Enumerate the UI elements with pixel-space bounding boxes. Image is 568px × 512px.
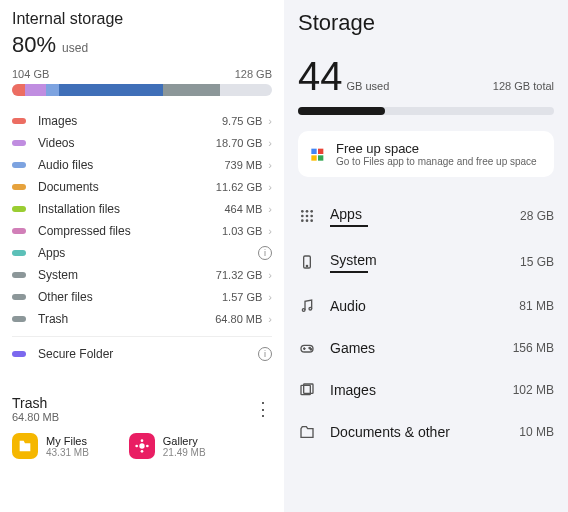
storage-category-row[interactable]: Games156 MB	[298, 327, 554, 369]
app-icon	[129, 433, 155, 459]
card-subtitle: Go to Files app to manage and free up sp…	[336, 156, 537, 167]
storage-bar-fill	[298, 107, 385, 115]
svg-rect-6	[318, 149, 323, 154]
storage-category-row[interactable]: System15 GB	[298, 239, 554, 285]
usage-underline	[330, 225, 368, 227]
app-shortcut[interactable]: Gallery21.49 MB	[129, 433, 206, 459]
svg-point-4	[146, 445, 149, 448]
usage-underline	[330, 271, 368, 273]
app-name: Gallery	[163, 435, 206, 447]
category-dot	[12, 294, 26, 300]
category-row[interactable]: Appsi	[12, 242, 272, 264]
secure-folder-row[interactable]: Secure Folder i	[12, 343, 272, 365]
info-icon[interactable]: i	[258, 246, 272, 260]
trash-size: 64.80 MB	[12, 411, 59, 423]
svg-point-1	[140, 439, 143, 442]
row-label: Apps	[330, 206, 362, 222]
category-label: System	[38, 268, 216, 282]
storage-category-row[interactable]: Audio81 MB	[298, 285, 554, 327]
category-row[interactable]: Documents11.62 GB›	[12, 176, 272, 198]
category-label: Apps	[38, 246, 258, 260]
row-size: 10 MB	[519, 425, 554, 439]
category-label: Videos	[38, 136, 216, 150]
storage-bar	[12, 84, 272, 96]
category-size: 1.03 GB	[222, 225, 262, 237]
category-label: Audio files	[38, 158, 224, 172]
category-row[interactable]: Compressed files1.03 GB›	[12, 220, 272, 242]
info-icon[interactable]: i	[258, 347, 272, 361]
category-size: 64.80 MB	[215, 313, 262, 325]
svg-point-9	[301, 210, 304, 213]
svg-point-21	[309, 307, 312, 310]
chevron-right-icon: ›	[268, 137, 272, 149]
svg-point-0	[139, 443, 144, 448]
files-app-icon	[310, 146, 326, 162]
svg-point-24	[310, 349, 311, 350]
row-label: System	[330, 252, 377, 268]
system-icon	[298, 253, 316, 271]
trash-title: Trash	[12, 395, 59, 411]
category-row[interactable]: Videos18.70 GB›	[12, 132, 272, 154]
category-row[interactable]: Audio files739 MB›	[12, 154, 272, 176]
category-label: Other files	[38, 290, 222, 304]
category-row[interactable]: Installation files464 MB›	[12, 198, 272, 220]
category-size: 464 MB	[224, 203, 262, 215]
free-up-space-card[interactable]: Free up space Go to Files app to manage …	[298, 131, 554, 177]
row-label: Images	[330, 382, 376, 398]
svg-point-2	[140, 450, 143, 453]
category-label: Secure Folder	[38, 347, 258, 361]
row-label: Audio	[330, 298, 366, 314]
svg-point-17	[310, 219, 313, 222]
used-amount: 104 GB	[12, 68, 49, 80]
category-size: 9.75 GB	[222, 115, 262, 127]
divider	[12, 336, 272, 337]
chevron-right-icon: ›	[268, 203, 272, 215]
category-label: Images	[38, 114, 222, 128]
used-percent: 80%	[12, 32, 56, 58]
card-title: Free up space	[336, 141, 537, 156]
row-size: 81 MB	[519, 299, 554, 313]
svg-point-13	[306, 215, 309, 218]
more-menu-button[interactable]: ⋮	[254, 398, 272, 420]
svg-rect-7	[311, 155, 316, 160]
grid-icon	[298, 207, 316, 225]
storage-category-row[interactable]: Images102 MB	[298, 369, 554, 411]
row-size: 102 MB	[513, 383, 554, 397]
row-size: 28 GB	[520, 209, 554, 223]
app-size: 21.49 MB	[163, 447, 206, 458]
chevron-right-icon: ›	[268, 181, 272, 193]
docs-icon	[298, 423, 316, 441]
category-dot	[12, 228, 26, 234]
used-label: used	[62, 41, 88, 55]
svg-point-16	[306, 219, 309, 222]
svg-point-11	[310, 210, 313, 213]
category-dot	[12, 140, 26, 146]
category-size: 739 MB	[224, 159, 262, 171]
total-label: 128 GB total	[493, 80, 554, 92]
category-size: 1.57 GB	[222, 291, 262, 303]
chevron-right-icon: ›	[268, 269, 272, 281]
svg-point-19	[306, 265, 307, 266]
games-icon	[298, 339, 316, 357]
storage-bar	[298, 107, 554, 115]
category-dot	[12, 316, 26, 322]
storage-category-row[interactable]: Documents & other10 MB	[298, 411, 554, 453]
internal-storage-panel: Internal storage 80% used 104 GB 128 GB …	[0, 0, 284, 512]
chevron-right-icon: ›	[268, 225, 272, 237]
category-row[interactable]: Images9.75 GB›	[12, 110, 272, 132]
category-dot	[12, 272, 26, 278]
app-name: My Files	[46, 435, 89, 447]
storage-category-row[interactable]: Apps28 GB	[298, 193, 554, 239]
category-size: 71.32 GB	[216, 269, 262, 281]
used-gb-number: 44	[298, 54, 343, 98]
category-row[interactable]: Other files1.57 GB›	[12, 286, 272, 308]
app-size: 43.31 MB	[46, 447, 89, 458]
app-shortcut[interactable]: My Files43.31 MB	[12, 433, 89, 459]
category-row[interactable]: Trash64.80 MB›	[12, 308, 272, 330]
category-dot	[12, 351, 26, 357]
category-row[interactable]: System71.32 GB›	[12, 264, 272, 286]
panel-title: Internal storage	[12, 10, 272, 28]
images-icon	[298, 381, 316, 399]
chevron-right-icon: ›	[268, 313, 272, 325]
audio-icon	[298, 297, 316, 315]
